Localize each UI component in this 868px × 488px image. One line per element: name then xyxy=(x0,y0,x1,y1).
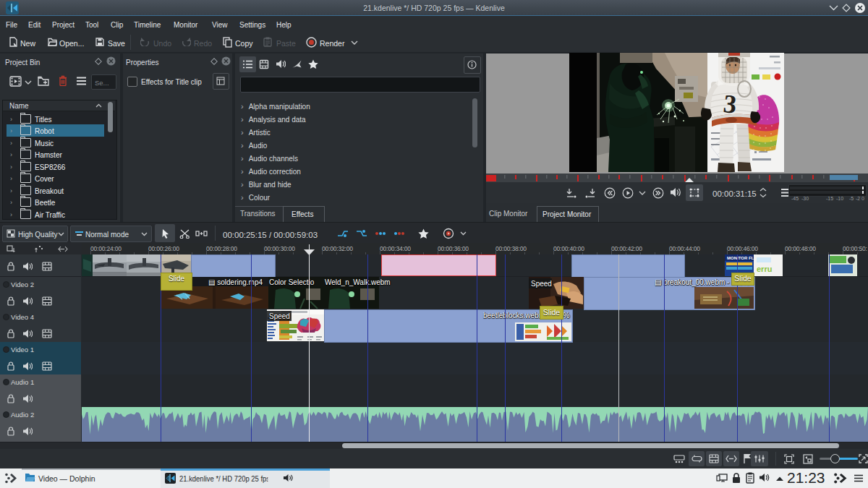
svg-text:erru: erru xyxy=(757,265,772,273)
